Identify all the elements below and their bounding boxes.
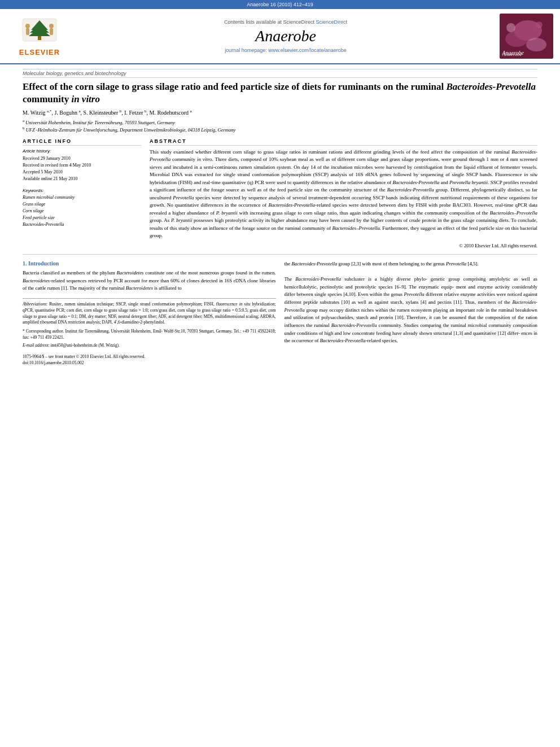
body-left-col: 1. Introduction Bacteria classified as m… bbox=[23, 260, 276, 366]
keywords-label: Keywords: bbox=[23, 188, 141, 193]
keyword-5: Bacteroides-Prevotella bbox=[23, 221, 141, 228]
keywords-section: Keywords: Rumen microbial community Gras… bbox=[23, 188, 141, 228]
affiliations: a Universität Hohenheim, Institut für Ti… bbox=[23, 119, 537, 134]
intro-heading: 1. Introduction bbox=[23, 260, 276, 267]
intro-left-text: Bacteria classified as members of the ph… bbox=[23, 269, 276, 292]
svg-point-5 bbox=[25, 24, 30, 28]
article-title: Effect of the corn silage to grass silag… bbox=[23, 81, 537, 106]
revised-date: Received in revised form 4 May 2010 bbox=[23, 162, 141, 169]
accepted-date: Accepted 5 May 2010 bbox=[23, 169, 141, 176]
authors-line: M. Witzig a,*, J. Boguhn a, S. Kleinsteu… bbox=[23, 109, 537, 116]
svg-point-14 bbox=[536, 21, 542, 28]
section-label: Molecular biology, genetics and biotechn… bbox=[23, 69, 537, 78]
cover-svg: Anaerobe bbox=[500, 14, 553, 59]
keyword-3: Corn silage bbox=[23, 208, 141, 215]
abstract-col: ABSTRACT This study examined whether dif… bbox=[150, 138, 537, 248]
svg-rect-8 bbox=[50, 28, 53, 35]
email-footnote: E-mail address: inst450@uni-hohenheim.de… bbox=[23, 343, 276, 349]
svg-point-11 bbox=[505, 31, 528, 47]
main-content: Molecular biology, genetics and biotechn… bbox=[0, 69, 560, 366]
available-date: Available online 21 May 2010 bbox=[23, 176, 141, 182]
article-info-col: ARTICLE INFO Article history: Received 2… bbox=[23, 138, 141, 248]
journal-cover-image: Anaerobe bbox=[498, 14, 554, 59]
elsevier-label: ELSEVIER bbox=[19, 48, 60, 56]
footnote-area: Abbreviations: Rusitec, rumen simulation… bbox=[23, 298, 276, 349]
cover-thumbnail: Anaerobe bbox=[500, 14, 553, 59]
svg-text:Anaerobe: Anaerobe bbox=[502, 51, 522, 57]
abbreviations-footnote: Abbreviations: Rusitec, rumen simulation… bbox=[23, 302, 276, 326]
issn-line: 1075-9964/$ – see front matter © 2010 El… bbox=[23, 353, 276, 360]
body-right-col: the Bacteroides-Prevotella group [2,3] w… bbox=[285, 260, 538, 366]
svg-point-12 bbox=[526, 38, 546, 51]
intro-right-text: the Bacteroides-Prevotella group [2,3] w… bbox=[285, 260, 538, 345]
elsevier-tree-icon bbox=[20, 16, 59, 47]
article-info-abstract-section: ARTICLE INFO Article history: Received 2… bbox=[23, 138, 537, 248]
svg-rect-1 bbox=[38, 36, 41, 40]
top-bar: Anaerobe 16 (2010) 412–419 bbox=[0, 0, 560, 9]
doi-line: doi:10.1016/j.anaerobe.2010.05.002 bbox=[23, 360, 276, 366]
contents-line: Contents lists available at ScienceDirec… bbox=[224, 19, 347, 25]
abstract-text: This study examined whether different co… bbox=[150, 148, 537, 240]
svg-rect-6 bbox=[26, 28, 29, 35]
journal-citation: Anaerobe 16 (2010) 412–419 bbox=[247, 2, 313, 7]
svg-point-13 bbox=[506, 23, 515, 32]
elsevier-logo: ELSEVIER bbox=[19, 16, 60, 56]
introduction-section: 1. Introduction Bacteria classified as m… bbox=[23, 260, 537, 366]
keyword-2: Grass silage bbox=[23, 201, 141, 208]
svg-point-7 bbox=[49, 24, 54, 28]
received-date: Received 29 January 2010 bbox=[23, 155, 141, 162]
history-label: Article history: bbox=[23, 148, 141, 154]
copyright-line: © 2010 Elsevier Ltd. All rights reserved… bbox=[150, 243, 537, 248]
bottom-info: 1075-9964/$ – see front matter © 2010 El… bbox=[23, 353, 276, 366]
article-history: Article history: Received 29 January 201… bbox=[23, 148, 141, 182]
journal-homepage: journal homepage: www.elsevier.com/locat… bbox=[225, 47, 347, 53]
publisher-logo-area: ELSEVIER bbox=[6, 14, 73, 59]
corresponding-author-footnote: * Corresponding author. Institut für Tie… bbox=[23, 329, 276, 341]
journal-header: ELSEVIER Contents lists available at Sci… bbox=[0, 9, 560, 64]
journal-title-area: Contents lists available at ScienceDirec… bbox=[79, 14, 492, 59]
keyword-4: Feed particle size bbox=[23, 215, 141, 221]
article-info-header: ARTICLE INFO bbox=[23, 138, 141, 146]
section-divider bbox=[23, 254, 537, 255]
journal-name: Anaerobe bbox=[255, 27, 316, 45]
abstract-header: ABSTRACT bbox=[150, 138, 537, 146]
keyword-1: Rumen microbial community bbox=[23, 194, 141, 201]
